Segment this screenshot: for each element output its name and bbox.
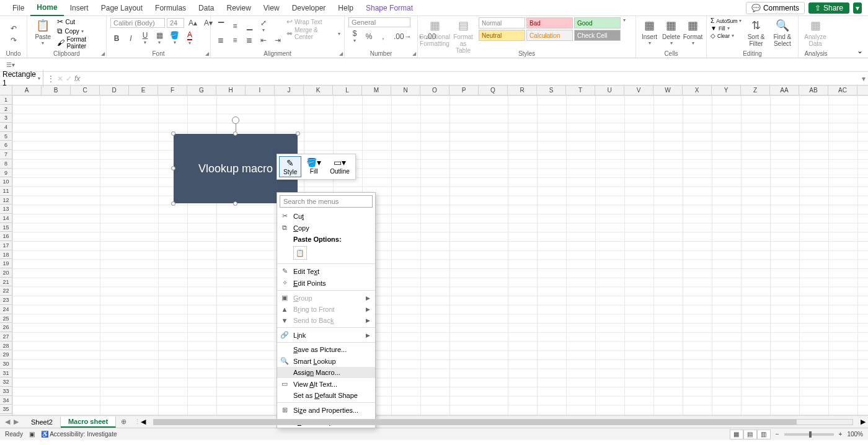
italic-button[interactable]: I [125,33,137,44]
row-header-18[interactable]: 18 [0,250,12,260]
ctx-save-picture[interactable]: Save as Picture... [277,344,375,355]
cells-format-button[interactable]: ▦Format▾ [683,17,702,47]
col-header-M[interactable]: M [362,86,391,95]
font-launcher[interactable]: ◢ [205,51,209,56]
bold-button[interactable]: B [110,33,123,44]
col-header-AC[interactable]: AC [828,86,857,95]
row-header-8[interactable]: 8 [0,159,12,169]
ctx-copy[interactable]: ⧉Copy [277,222,375,234]
number-launcher[interactable]: ◢ [412,51,416,56]
fx-icon[interactable]: fx [74,74,80,83]
paste-button[interactable]: 📋Paste▾ [31,17,55,47]
col-header-W[interactable]: W [653,86,683,95]
col-header-P[interactable]: P [450,86,479,95]
row-header-9[interactable]: 9 [0,169,12,178]
row-header-20[interactable]: 20 [0,268,12,278]
col-header-F[interactable]: F [158,86,187,95]
clipboard-launcher[interactable]: ◢ [101,51,105,56]
row-header-24[interactable]: 24 [0,305,12,314]
tab-file[interactable]: File [6,1,30,15]
align-top-button[interactable]: ▔ [215,20,227,32]
resize-handle-bm[interactable] [233,201,237,206]
tab-developer[interactable]: Developer [286,1,332,15]
col-header-S[interactable]: S [537,86,566,95]
col-header-U[interactable]: U [595,86,624,95]
ctx-assign-macro[interactable]: Assign Macro... [277,367,375,378]
tab-help[interactable]: Help [332,1,360,15]
decrease-indent-button[interactable]: ⇤ [257,35,270,46]
styles-more[interactable]: ▾ [623,17,626,23]
sort-filter-button[interactable]: ⇅Sort & Filter [744,17,768,48]
align-center-button[interactable]: ≡ [229,35,241,46]
accounting-format-button[interactable]: $▾ [348,28,361,45]
ctx-smart-lookup[interactable]: 🔍Smart Lookup [277,355,375,367]
row-header-30[interactable]: 30 [0,359,12,369]
style-neutral[interactable]: Neutral [479,30,525,41]
increase-font-button[interactable]: A▴ [186,17,200,29]
resize-handle-tl[interactable] [171,131,175,136]
row-header-34[interactable]: 34 [0,396,12,405]
row-header-27[interactable]: 27 [0,332,12,341]
col-header-T[interactable]: T [566,86,595,95]
style-bad[interactable]: Bad [526,17,573,29]
row-header-35[interactable]: 35 [0,405,12,414]
merge-center-button[interactable]: ⬌Merge & Center▾ [286,27,340,40]
col-header-V[interactable]: V [624,86,653,95]
style-calculation[interactable]: Calculation [526,30,573,41]
ribbon-collapse-button[interactable]: ⌄ [852,44,868,58]
row-header-10[interactable]: 10 [0,177,12,187]
hscroll-left[interactable]: ◀ [141,418,146,426]
row-header-19[interactable]: 19 [0,259,12,268]
col-header-L[interactable]: L [333,86,362,95]
number-format-select[interactable] [348,17,410,27]
border-button[interactable]: ▦▾ [153,30,166,46]
view-normal-button[interactable]: ▦ [730,430,743,439]
share-dropdown[interactable]: ▾ [853,2,862,14]
add-sheet-button[interactable]: ⊕ [116,418,131,426]
row-header-5[interactable]: 5 [0,132,12,141]
align-middle-button[interactable]: ≡ [229,20,241,32]
row-header-7[interactable]: 7 [0,150,12,159]
col-header-X[interactable]: X [683,86,712,95]
col-header-C[interactable]: C [71,86,100,95]
mini-style-button[interactable]: ✎Style [279,156,301,177]
col-header-O[interactable]: O [420,86,450,95]
zoom-slider[interactable] [784,433,834,436]
tab-formulas[interactable]: Formulas [149,1,192,15]
row-header-33[interactable]: 33 [0,387,12,396]
style-good[interactable]: Good [574,17,621,29]
style-check-cell[interactable]: Check Cell [574,30,621,41]
cells[interactable]: Vlookup macro [12,95,868,415]
ctx-edit-points[interactable]: ✧Edit Points [277,277,375,289]
orientation-button[interactable]: ⤢▾ [257,17,270,34]
resize-handle-tr[interactable] [296,131,300,136]
conditional-formatting-button[interactable]: ▦Conditional Formatting [422,17,448,48]
quick-access-icon[interactable]: ☰▾ [6,61,15,68]
comments-button[interactable]: 💬Comments [746,2,805,14]
row-header-11[interactable]: 11 [0,187,12,196]
ctx-alt-text[interactable]: ▭View Alt Text... [277,378,375,390]
tab-insert[interactable]: Insert [64,1,95,15]
sheet-next[interactable]: ▶ [14,418,19,426]
row-header-25[interactable]: 25 [0,314,12,324]
undo-button[interactable]: ↶ [7,23,20,34]
col-header-A[interactable]: A [12,86,42,95]
sheet-tab-sheet2[interactable]: Sheet2 [24,417,61,427]
hscroll-grip[interactable]: ⋮ [134,418,141,426]
tab-page-layout[interactable]: Page Layout [95,1,149,15]
col-header-AB[interactable]: AB [799,86,828,95]
format-as-table-button[interactable]: ▤Format as Table [450,17,476,55]
font-name-select[interactable] [110,18,165,28]
row-header-2[interactable]: 2 [0,105,12,114]
col-header-Y[interactable]: Y [712,86,741,95]
wrap-text-button[interactable]: ↩Wrap Text [286,17,340,26]
row-header-14[interactable]: 14 [0,214,12,223]
format-painter-button[interactable]: 🖌Format Painter [57,36,102,50]
tab-review[interactable]: Review [220,1,257,15]
increase-indent-button[interactable]: ⇥ [272,35,284,46]
percent-format-button[interactable]: % [363,31,375,42]
mini-fill-button[interactable]: 🪣▾Fill [303,156,325,177]
align-bottom-button[interactable]: ▁ [243,20,255,32]
col-header-H[interactable]: H [216,86,246,95]
col-header-I[interactable]: I [246,86,275,95]
